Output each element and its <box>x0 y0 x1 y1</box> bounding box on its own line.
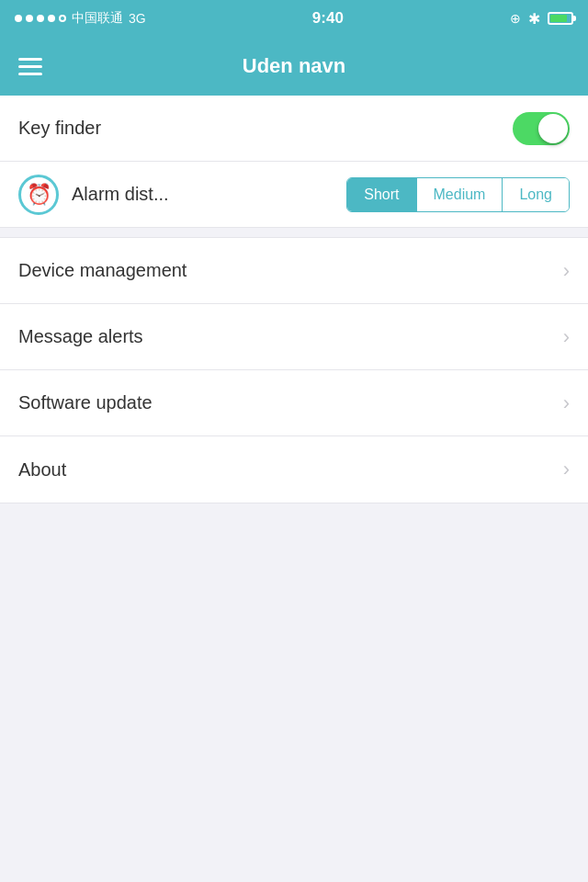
about-row[interactable]: About › <box>0 436 588 503</box>
segment-long[interactable]: Long <box>503 178 569 211</box>
battery-indicator <box>548 12 573 25</box>
hamburger-button[interactable] <box>18 58 42 75</box>
software-update-label: Software update <box>18 392 153 413</box>
message-alerts-row[interactable]: Message alerts › <box>0 304 588 370</box>
device-management-chevron: › <box>563 259 570 283</box>
nav-bar: Uden navn <box>0 37 588 96</box>
segment-medium[interactable]: Medium <box>417 178 503 211</box>
message-alerts-label: Message alerts <box>18 326 143 347</box>
toggle-knob <box>538 114 568 143</box>
about-chevron: › <box>563 458 570 481</box>
device-management-label: Device management <box>18 260 187 281</box>
key-finder-row: Key finder <box>0 96 588 162</box>
alarm-distance-row: ⏰ Alarm dist... Short Medium Long <box>0 162 588 228</box>
key-finder-toggle[interactable] <box>513 112 570 145</box>
carrier-label: 中国联通 <box>72 10 123 27</box>
key-finder-label: Key finder <box>18 118 101 139</box>
battery-fill <box>550 15 567 22</box>
hamburger-line-1 <box>18 58 42 61</box>
message-alerts-chevron: › <box>563 325 570 349</box>
dot-1 <box>15 15 22 22</box>
segment-short[interactable]: Short <box>347 178 416 211</box>
bluetooth-icon: ✱ <box>528 10 540 28</box>
dot-4 <box>48 15 55 22</box>
status-right: ⊕ ✱ <box>510 10 573 28</box>
dot-2 <box>26 15 33 22</box>
signal-dots <box>15 15 66 22</box>
dot-5 <box>59 15 66 22</box>
network-label: 3G <box>129 11 146 26</box>
device-management-row[interactable]: Device management › <box>0 238 588 304</box>
hamburger-line-3 <box>18 73 42 75</box>
distance-segmented-control[interactable]: Short Medium Long <box>346 177 570 212</box>
lock-icon: ⊕ <box>510 11 521 26</box>
hamburger-line-2 <box>18 65 42 68</box>
time-label: 9:40 <box>312 9 344 28</box>
about-label: About <box>18 459 66 481</box>
menu-section: Device management › Message alerts › Sof… <box>0 237 588 503</box>
alarm-clock-icon: ⏰ <box>18 175 59 215</box>
dot-3 <box>37 15 44 22</box>
spacer-1 <box>0 228 588 237</box>
alarm-distance-label: Alarm dist... <box>72 184 334 205</box>
page-title: Uden navn <box>243 54 345 78</box>
status-left: 中国联通 3G <box>15 10 146 27</box>
status-bar: 中国联通 3G 9:40 ⊕ ✱ <box>0 0 588 37</box>
software-update-row[interactable]: Software update › <box>0 370 588 436</box>
software-update-chevron: › <box>563 391 570 415</box>
content: Key finder ⏰ Alarm dist... Short Medium … <box>0 96 588 503</box>
